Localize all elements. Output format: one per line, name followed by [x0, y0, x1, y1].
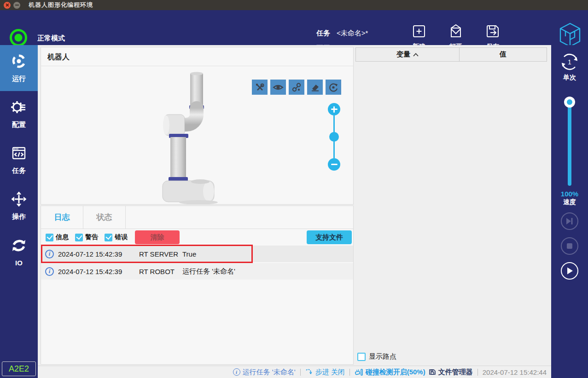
filter-info-label: 信息: [56, 233, 69, 241]
loop-count: 1: [568, 58, 571, 66]
sidebar-item-config-label: 配置: [12, 120, 26, 129]
stop-button[interactable]: [561, 237, 578, 255]
filter-warning-checkbox[interactable]: [75, 234, 83, 241]
sidebar-item-run[interactable]: 运行: [0, 45, 38, 91]
tab-log[interactable]: 日志: [41, 206, 83, 229]
step-next-button[interactable]: [561, 212, 578, 230]
view-path-button[interactable]: [289, 80, 304, 95]
code-window-icon: [11, 145, 27, 163]
log-source: RT ROBOT: [139, 268, 182, 275]
status-file-manager[interactable]: 文件管理器: [429, 368, 473, 377]
status-collision-detection[interactable]: 碰撞检测开启(50%): [355, 368, 425, 377]
filter-error-label: 错误: [115, 233, 128, 241]
robot-panel: 机器人: [41, 47, 354, 205]
sidebar-item-run-label: 运行: [12, 74, 26, 83]
gear-icon: [11, 99, 27, 117]
view-toolbar: [252, 80, 341, 95]
loop-once-icon[interactable]: 1: [559, 52, 580, 74]
sidebar-item-io[interactable]: IO: [0, 229, 38, 275]
log-tab-bar: 日志 状态: [41, 206, 353, 229]
filter-warning-label: 警告: [85, 233, 98, 241]
log-entry-row[interactable]: i 2024-07-12 15:42:39 RT SERVER True: [41, 246, 353, 262]
run-icon: [11, 53, 27, 71]
step-mode-icon: [305, 368, 313, 376]
column-header-value[interactable]: 值: [460, 47, 547, 62]
robot-3d-view[interactable]: [152, 71, 221, 206]
main-area: 机器人: [38, 45, 551, 378]
zoom-in-button[interactable]: [328, 103, 340, 115]
log-entry-row[interactable]: i 2024-07-12 15:42:39 RT ROBOT 运行任务 '未命名…: [41, 263, 353, 280]
sidebar-item-operate[interactable]: 操作: [0, 183, 38, 229]
skip-next-icon: [565, 216, 575, 226]
rotate-view-icon: [328, 82, 338, 92]
sidebar-item-task-label: 任务: [12, 166, 26, 175]
play-button[interactable]: [561, 262, 578, 280]
run-controls-sidebar: 1 单次 100% 速度: [551, 45, 588, 378]
status-separator: [477, 369, 478, 376]
app-header: 正常模式 任务<未命名>* 配置default 新建 打开: [0, 10, 588, 45]
view-erase-button[interactable]: [307, 80, 323, 95]
sidebar-item-task[interactable]: 任务: [0, 137, 38, 183]
window-titlebar: 机器人图形化编程环境: [0, 0, 588, 10]
show-waypoints-label: 显示路点: [369, 352, 396, 361]
clear-log-button[interactable]: 清除: [135, 230, 180, 244]
log-message: True: [182, 250, 353, 258]
log-time: 2024-07-12 15:42:39: [58, 268, 139, 275]
log-source: RT SERVER: [139, 250, 182, 258]
io-sync-icon: [11, 237, 27, 256]
open-envelope-icon: [448, 23, 464, 41]
variable-column-label: 变量: [396, 50, 410, 59]
zoom-slider-handle[interactable]: [329, 132, 339, 142]
eraser-icon: [310, 82, 320, 92]
log-time: 2024-07-12 15:42:39: [58, 250, 139, 258]
loop-mode-label: 单次: [551, 74, 588, 82]
status-step-mode[interactable]: 步进 关闭: [305, 368, 345, 377]
status-clock: 2024-07-12 15:42:44: [483, 368, 547, 376]
filter-error-checkbox[interactable]: [105, 234, 112, 241]
window-title: 机器人图形化编程环境: [29, 1, 93, 9]
view-visibility-button[interactable]: [270, 80, 286, 95]
status-file-manager-label: 文件管理器: [438, 368, 473, 377]
move-arrows-icon: [11, 191, 27, 209]
log-panel: 日志 状态 信息 警告 错误 清除 支持文件 i 2024-07-12 15:4…: [41, 206, 354, 365]
zoom-out-button[interactable]: [328, 158, 340, 171]
close-icon[interactable]: [4, 2, 11, 9]
speed-label: 速度: [551, 198, 588, 206]
info-icon: i: [45, 267, 54, 276]
status-separator: [349, 369, 350, 376]
play-icon: [565, 266, 575, 276]
mode-label: 正常模式: [37, 34, 65, 43]
variables-panel: 变量 值 显示路点: [355, 47, 547, 365]
mode-indicator-icon: [10, 29, 27, 46]
status-bar: i 运行任务 '未命名' 步进 关闭 碰撞检测开启(50%): [38, 366, 551, 378]
info-icon: i: [233, 368, 240, 376]
path-waypoints-icon: [291, 82, 302, 92]
status-running-task: i 运行任务 '未命名': [233, 368, 296, 377]
status-running-task-label: 运行任务 '未命名': [243, 368, 296, 377]
variables-table-header: 变量 值: [355, 47, 547, 62]
task-value: <未命名>*: [337, 29, 368, 37]
filter-info-checkbox[interactable]: [46, 234, 53, 241]
collision-detection-icon: [355, 368, 363, 376]
view-tools-button[interactable]: [252, 80, 268, 95]
view-rotate-button[interactable]: [326, 80, 341, 95]
status-separator: [300, 369, 301, 376]
speed-slider-handle[interactable]: [564, 97, 575, 108]
robot-id-badge[interactable]: A2E2: [2, 361, 36, 376]
sidebar-item-operate-label: 操作: [12, 212, 26, 221]
left-sidebar: 运行 配置: [0, 45, 38, 378]
column-header-variable[interactable]: 变量: [355, 47, 460, 62]
tab-status[interactable]: 状态: [83, 206, 126, 229]
eye-icon: [273, 82, 284, 92]
show-waypoints-checkbox[interactable]: [357, 353, 366, 361]
robot-panel-title: 机器人: [41, 47, 353, 66]
file-manager-icon: [429, 368, 436, 376]
sidebar-item-config[interactable]: 配置: [0, 91, 38, 137]
log-filter-row: 信息 警告 错误 清除 支持文件: [41, 229, 353, 246]
show-waypoints-row: 显示路点: [357, 352, 396, 361]
sidebar-item-io-label: IO: [15, 259, 23, 267]
support-files-button[interactable]: 支持文件: [307, 230, 352, 244]
minimize-icon[interactable]: [13, 2, 20, 9]
sort-ascending-icon: [413, 53, 419, 57]
speed-slider-track[interactable]: [568, 102, 571, 186]
